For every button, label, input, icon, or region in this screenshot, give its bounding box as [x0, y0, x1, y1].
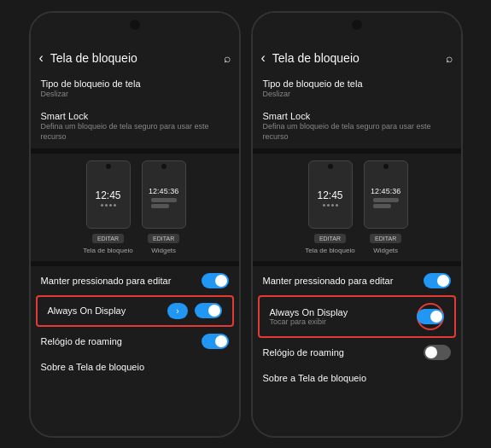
dot1: [101, 204, 103, 207]
left-notch: [130, 20, 140, 30]
left-roaming-row[interactable]: Relógio de roaming: [31, 327, 239, 356]
left-mini-notch: [106, 164, 111, 169]
left-lock-type-item[interactable]: Tipo de bloqueio de tela Deslizar: [31, 73, 239, 106]
left-roaming-toggle[interactable]: [202, 334, 229, 349]
right-roaming-row[interactable]: Relógio de roaming: [253, 338, 461, 367]
rbar2: [373, 204, 391, 208]
right-hold-edit-toggle[interactable]: [424, 273, 451, 288]
right-widget-label: Widgets: [373, 247, 398, 254]
dot2: [105, 204, 108, 207]
left-widget-preview: 12:45:36 EDITAR Widgets: [142, 160, 186, 254]
right-mini-phone-widget: 12:45:36: [364, 160, 408, 229]
right-hold-edit-row[interactable]: Manter pressionado para editar: [253, 266, 461, 295]
left-lock-type-subtitle: Deslizar: [41, 90, 229, 100]
right-hold-edit-label: Manter pressionado para editar: [263, 276, 394, 286]
right-status-bar: [253, 30, 461, 47]
rdot1: [323, 204, 325, 207]
left-roaming-label: Relógio de roaming: [41, 336, 122, 346]
left-lock-label: Tela de bloqueio: [83, 247, 132, 254]
left-smart-lock-item[interactable]: Smart Lock Defina um bloqueio de tela se…: [31, 105, 239, 148]
right-aod-highlight: Always On Display Tocar para exibir: [258, 295, 456, 338]
left-aod-left: Always On Display: [48, 305, 168, 316]
right-mini-dots: [323, 204, 338, 207]
right-page-title: Tela de bloqueio: [272, 51, 439, 65]
dot3: [109, 204, 112, 207]
right-aod-label: Always On Display: [270, 307, 348, 317]
right-settings-list: Tipo de bloqueio de tela Deslizar Smart …: [253, 73, 461, 436]
left-mini-time: 12:45: [95, 189, 120, 201]
dot4: [114, 204, 116, 207]
right-mini-phone-lock: 12:45: [308, 160, 353, 229]
left-mini-bars: [151, 198, 177, 208]
right-header: ‹ Tela de bloqueio ⌕: [253, 47, 461, 73]
right-lock-type-subtitle: Deslizar: [263, 90, 451, 100]
rdot4: [336, 204, 338, 207]
left-aod-arrow-btn[interactable]: ›: [167, 303, 187, 319]
left-about-title: Sobre a Tela de bloqueio: [41, 362, 229, 372]
right-screen: ‹ Tela de bloqueio ⌕ Tipo de bloqueio de…: [253, 13, 461, 436]
right-phone: ‹ Tela de bloqueio ⌕ Tipo de bloqueio de…: [251, 11, 463, 438]
right-search-icon[interactable]: ⌕: [446, 51, 453, 65]
left-smart-lock-subtitle: Defina um bloqueio de tela seguro para u…: [41, 122, 229, 142]
rbar1: [373, 198, 399, 202]
right-about-item[interactable]: Sobre a Tela de bloqueio: [253, 367, 461, 389]
left-search-icon[interactable]: ⌕: [224, 51, 231, 65]
left-mini-phone-lock: 12:45: [86, 160, 131, 229]
left-mini-notch2: [161, 164, 167, 169]
left-hold-edit-toggle[interactable]: [202, 273, 229, 288]
right-aod-labels: Always On Display Tocar para exibir: [270, 307, 348, 326]
right-aod-toggle-ring: [417, 303, 444, 330]
right-back-button[interactable]: ‹: [261, 50, 266, 66]
right-lock-preview: 12:45 EDITAR Tela de bloqueio: [305, 160, 354, 254]
left-preview-section: 12:45 EDITAR Tela de bloqueio: [31, 154, 239, 261]
left-aod-label: Always On Display: [48, 305, 126, 316]
left-aod-arrow-icon: ›: [176, 306, 178, 316]
left-back-button[interactable]: ‹: [39, 50, 44, 66]
bar1: [151, 198, 177, 202]
right-about-title: Sobre a Tela de bloqueio: [263, 373, 451, 383]
right-roaming-label: Relógio de roaming: [263, 347, 344, 358]
right-lock-type-item[interactable]: Tipo de bloqueio de tela Deslizar: [253, 73, 461, 106]
left-lock-type-title: Tipo de bloqueio de tela: [41, 79, 229, 89]
left-edit-lock-btn[interactable]: EDITAR: [92, 234, 124, 243]
right-mini-time2: 12:45:36: [371, 187, 400, 195]
left-header: ‹ Tela de bloqueio ⌕: [31, 47, 239, 73]
right-notch: [352, 20, 362, 30]
rdot2: [327, 204, 330, 207]
left-mini-phone-widget: 12:45:36: [142, 160, 186, 229]
left-page-title: Tela de bloqueio: [50, 51, 217, 65]
right-smart-lock-title: Smart Lock: [263, 111, 451, 121]
right-smart-lock-item[interactable]: Smart Lock Defina um bloqueio de tela se…: [253, 105, 461, 148]
right-smart-lock-subtitle: Defina um bloqueio de tela seguro para u…: [263, 122, 451, 142]
left-screen: ‹ Tela de bloqueio ⌕ Tipo de bloqueio de…: [31, 13, 239, 436]
right-preview-section: 12:45 EDITAR Tela de bloqueio: [253, 154, 461, 261]
right-edit-widget-btn[interactable]: EDITAR: [370, 234, 401, 243]
left-edit-widget-btn[interactable]: EDITAR: [148, 234, 179, 243]
right-aod-toggle[interactable]: [417, 309, 444, 324]
left-hold-edit-label: Manter pressionado para editar: [41, 276, 172, 286]
left-about-item[interactable]: Sobre a Tela de bloqueio: [31, 356, 239, 378]
right-lock-type-title: Tipo de bloqueio de tela: [263, 79, 451, 89]
right-aod-left: Always On Display Tocar para exibir: [270, 307, 417, 326]
left-mini-dots: [101, 204, 116, 207]
left-hold-edit-row[interactable]: Manter pressionado para editar: [31, 266, 239, 295]
left-settings-list: Tipo de bloqueio de tela Deslizar Smart …: [31, 73, 239, 436]
right-mini-time: 12:45: [317, 189, 342, 201]
left-widget-label: Widgets: [151, 247, 176, 254]
right-mini-notch: [328, 164, 333, 169]
left-lock-preview: 12:45 EDITAR Tela de bloqueio: [83, 160, 132, 254]
right-mini-bars: [373, 198, 399, 208]
left-aod-toggle[interactable]: [195, 303, 222, 318]
right-aod-subtitle: Tocar para exibir: [270, 317, 348, 326]
right-roaming-toggle[interactable]: [424, 345, 451, 360]
left-smart-lock-title: Smart Lock: [41, 111, 229, 121]
left-mini-time2: 12:45:36: [149, 187, 178, 195]
left-phone: ‹ Tela de bloqueio ⌕ Tipo de bloqueio de…: [29, 11, 241, 438]
left-status-bar: [31, 30, 239, 47]
right-widget-preview: 12:45:36 EDITAR Widgets: [364, 160, 408, 254]
right-edit-lock-btn[interactable]: EDITAR: [314, 234, 346, 243]
right-lock-label: Tela de bloqueio: [305, 247, 354, 254]
right-aod-row[interactable]: Always On Display Tocar para exibir: [260, 297, 454, 336]
left-aod-row[interactable]: Always On Display ›: [38, 297, 232, 325]
right-mini-notch2: [383, 164, 389, 169]
